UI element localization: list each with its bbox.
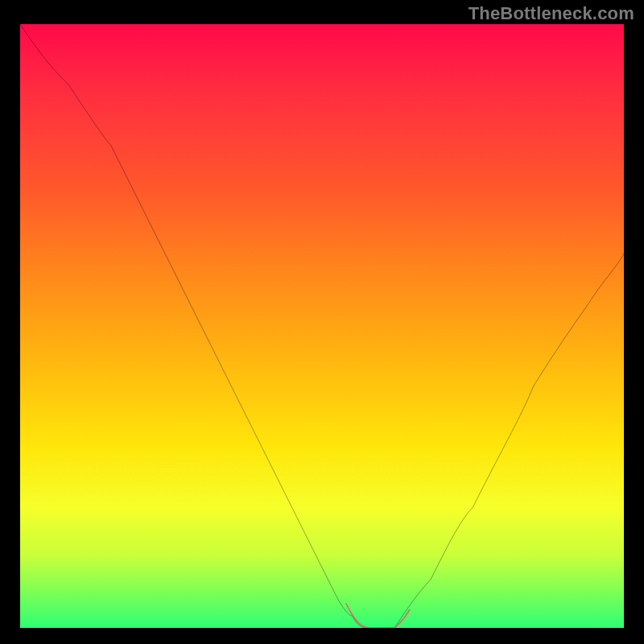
bottleneck-curve xyxy=(20,24,624,628)
watermark-text: TheBottleneck.com xyxy=(469,3,634,24)
curve-layer xyxy=(20,24,624,628)
sweet-spot-highlight xyxy=(346,604,410,628)
plot-area xyxy=(20,24,624,628)
chart-frame: TheBottleneck.com xyxy=(0,0,644,644)
